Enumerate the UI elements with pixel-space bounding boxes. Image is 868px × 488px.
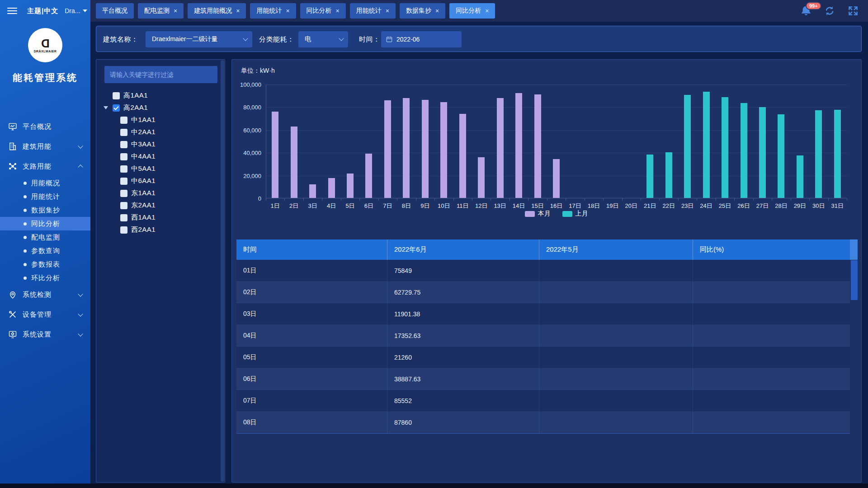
checkbox-东1AA1[interactable] xyxy=(120,190,127,197)
bullet-icon xyxy=(24,277,27,280)
sidebar-subitem-参数报表[interactable]: 参数报表 xyxy=(0,258,90,271)
sidebar-subitem-配电监测[interactable]: 配电监测 xyxy=(0,230,90,244)
sidebar-item-支路用能[interactable]: 支路用能 xyxy=(0,156,90,176)
tree-item-高1AA1[interactable]: 高1AA1 xyxy=(96,89,220,102)
sidebar-item-建筑用能[interactable]: 建筑用能 xyxy=(0,136,90,156)
table-row: 06日38887.63 xyxy=(236,368,850,390)
sidebar-item-系统检测[interactable]: 系统检测 xyxy=(0,285,90,305)
building-select-value: Draexlmaier一二级计量 xyxy=(152,35,217,43)
table-cell: 11901.38 xyxy=(387,303,539,325)
tab-用能统计[interactable]: 用能统计× xyxy=(250,3,296,19)
bar-本月-11日 xyxy=(459,114,466,198)
tree-item-中3AA1[interactable]: 中3AA1 xyxy=(96,138,220,150)
tab-close-icon[interactable]: × xyxy=(336,8,340,14)
tree-item-西2AA1[interactable]: 西2AA1 xyxy=(96,224,220,236)
x-axis-tick xyxy=(828,198,829,201)
tree-item-中1AA1[interactable]: 中1AA1 xyxy=(96,114,220,126)
tab-close-icon[interactable]: × xyxy=(435,8,439,14)
table-cell: 87860 xyxy=(387,412,539,433)
checkbox-中4AA1[interactable] xyxy=(120,153,127,160)
tab-同比分析[interactable]: 同比分析× xyxy=(449,3,495,19)
tree-item-东1AA1[interactable]: 东1AA1 xyxy=(96,187,220,199)
checkbox-西2AA1[interactable] xyxy=(120,226,127,234)
sidebar-subitem-用能统计[interactable]: 用能统计 xyxy=(0,190,90,203)
table-cell xyxy=(693,282,850,303)
tab-平台概况[interactable]: 平台概况 xyxy=(96,3,134,19)
tab-建筑用能概况[interactable]: 建筑用能概况× xyxy=(188,3,246,19)
user-label: Dra... xyxy=(65,7,80,14)
sidebar-item-label: 支路用能 xyxy=(23,162,52,171)
table-cell: 17352.63 xyxy=(387,325,539,347)
legend-item-上月[interactable]: 上月 xyxy=(562,210,588,218)
checkbox-东2AA1[interactable] xyxy=(120,202,127,209)
tree-item-中2AA1[interactable]: 中2AA1 xyxy=(96,126,220,138)
checkbox-高2AA1[interactable] xyxy=(113,104,120,112)
x-axis-tick xyxy=(753,198,754,201)
tab-close-icon[interactable]: × xyxy=(485,8,489,14)
building-select[interactable]: Draexlmaier一二级计量 xyxy=(146,31,252,47)
sidebar-subitem-参数查询[interactable]: 参数查询 xyxy=(0,244,90,258)
sidebar-item-系统设置[interactable]: 系统设置 xyxy=(0,324,90,344)
x-axis-tick xyxy=(416,198,416,201)
checkbox-中6AA1[interactable] xyxy=(120,178,127,185)
tab-close-icon[interactable]: × xyxy=(174,8,177,14)
sidebar-subitem-数据集抄[interactable]: 数据集抄 xyxy=(0,203,90,217)
tree-expand-caret-icon[interactable] xyxy=(104,106,108,109)
sidebar-item-平台概况[interactable]: 平台概况 xyxy=(0,117,90,136)
table-row: 07日85552 xyxy=(236,390,850,412)
theme-language-label[interactable]: 主题|中文 xyxy=(27,7,58,15)
checkbox-中2AA1[interactable] xyxy=(120,129,127,136)
tree-search-input[interactable] xyxy=(104,66,217,83)
tree-list: 高1AA1高2AA1中1AA1中2AA1中3AA1中4AA1中5AA1中6AA1… xyxy=(96,89,220,236)
sidebar-subitem-环比分析[interactable]: 环比分析 xyxy=(0,271,90,285)
table-cell: 04日 xyxy=(236,325,387,347)
tree-item-中5AA1[interactable]: 中5AA1 xyxy=(96,163,220,175)
legend-item-本月[interactable]: 本月 xyxy=(525,210,551,218)
fullscreen-icon[interactable] xyxy=(847,5,859,17)
bar-上月-27日 xyxy=(759,107,766,198)
y-axis-label: 60,000 xyxy=(243,127,266,133)
tree-scrollbar[interactable] xyxy=(221,60,224,482)
tab-同比分析[interactable]: 同比分析× xyxy=(300,3,346,19)
tab-用能统计[interactable]: 用能统计× xyxy=(350,3,396,19)
hamburger-menu-icon[interactable] xyxy=(7,6,17,16)
tab-close-icon[interactable]: × xyxy=(286,8,289,14)
date-picker[interactable]: 2022-06 xyxy=(381,31,462,47)
energy-type-select[interactable]: 电 xyxy=(298,31,348,47)
bar-本月-8日 xyxy=(403,98,410,198)
gridline xyxy=(266,84,847,85)
checkbox-中1AA1[interactable] xyxy=(120,117,127,124)
checkbox-高1AA1[interactable] xyxy=(113,92,120,99)
x-axis-label: 28日 xyxy=(772,202,790,210)
x-axis-tick xyxy=(603,198,604,201)
tree-item-高2AA1[interactable]: 高2AA1 xyxy=(96,102,220,114)
tab-label: 配电监测 xyxy=(144,7,170,15)
tab-close-icon[interactable]: × xyxy=(386,8,389,14)
sidebar-subitem-label: 用能概况 xyxy=(31,179,60,188)
checkbox-中5AA1[interactable] xyxy=(120,165,127,173)
checkbox-中3AA1[interactable] xyxy=(120,141,127,148)
bar-上月-23日 xyxy=(684,95,691,198)
tree-item-中6AA1[interactable]: 中6AA1 xyxy=(96,175,220,187)
table-cell xyxy=(539,282,693,303)
tab-close-icon[interactable]: × xyxy=(236,8,240,14)
tree-item-中4AA1[interactable]: 中4AA1 xyxy=(96,150,220,163)
table-cell: 62729.75 xyxy=(387,282,539,303)
bar-本月-13日 xyxy=(497,98,504,198)
tab-配电监测[interactable]: 配电监测× xyxy=(138,3,184,19)
table-cell: 85552 xyxy=(387,390,539,412)
x-axis-label: 6日 xyxy=(359,202,378,210)
tree-item-东2AA1[interactable]: 东2AA1 xyxy=(96,199,220,211)
refresh-icon[interactable] xyxy=(824,5,835,17)
x-axis-tick xyxy=(266,198,266,201)
sidebar-subitem-同比分析[interactable]: 同比分析 xyxy=(0,217,90,230)
tree-item-西1AA1[interactable]: 西1AA1 xyxy=(96,211,220,224)
sidebar-item-设备管理[interactable]: 设备管理 xyxy=(0,305,90,324)
notification-bell-icon[interactable]: 99+ xyxy=(800,5,812,17)
checkbox-西1AA1[interactable] xyxy=(120,214,127,221)
tab-数据集抄[interactable]: 数据集抄× xyxy=(400,3,445,19)
user-dropdown[interactable]: Dra... xyxy=(65,7,87,14)
sidebar-subitem-用能概况[interactable]: 用能概况 xyxy=(0,176,90,190)
x-axis-tick xyxy=(453,198,454,201)
table-scrollbar[interactable] xyxy=(851,260,858,300)
